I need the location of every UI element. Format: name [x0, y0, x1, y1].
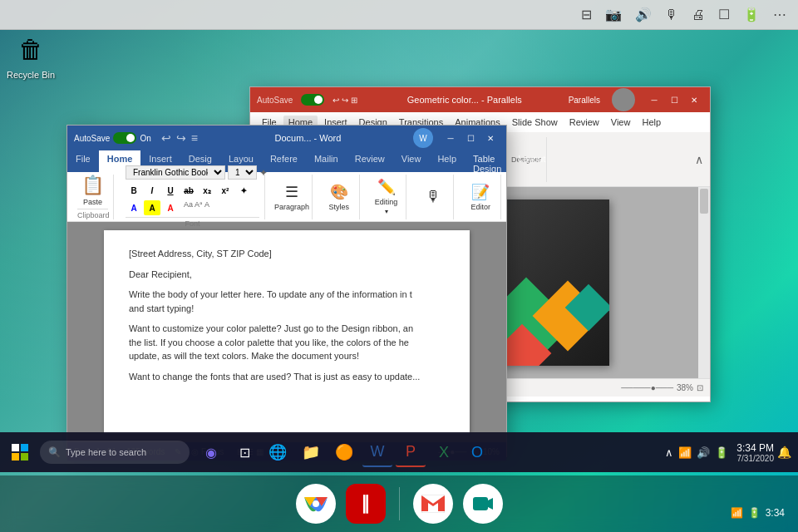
volume-icon[interactable]: 🔊	[632, 3, 655, 26]
editor-btn[interactable]: 📝 Editor	[465, 176, 496, 218]
mic-icon[interactable]: 🎙	[662, 4, 682, 26]
font-size-select[interactable]: 12	[228, 165, 257, 180]
ppt-scrollbar[interactable]	[698, 187, 710, 378]
tray-battery[interactable]: 🔋	[715, 446, 728, 459]
recycle-bin[interactable]: 🗑 Recycle Bin	[7, 33, 55, 80]
dock-chrome[interactable]	[296, 484, 336, 524]
win-taskbar: 🔍 Type here to search ◉ ⊡ 🌐 📁 🟠 W	[0, 432, 798, 472]
font-size-up-btn[interactable]: Aa	[184, 200, 193, 215]
taskbar-app-icons: ◉ ⊡ 🌐 📁 🟠 W P X O	[196, 437, 492, 467]
ppt-icon: P	[406, 443, 416, 461]
taskbar-excel[interactable]: X	[429, 437, 459, 467]
expand-font-icon[interactable]: ✦	[259, 167, 268, 179]
word-tab-review[interactable]: Review	[347, 150, 393, 172]
scrollbar-thumb[interactable]	[700, 189, 708, 214]
wifi-icon-dock: 📶	[731, 507, 743, 519]
paste-btn[interactable]: 📋 Paste	[77, 175, 109, 207]
word-tab-layout2[interactable]: Layout	[510, 150, 554, 172]
taskbar-edge[interactable]: 🌐	[263, 437, 293, 467]
ppt-titlebar[interactable]: AutoSave ↩ ↪ ⊞ Geometric color... - Para…	[250, 87, 710, 112]
paragraph-group: ☰ Paragraph	[272, 175, 313, 219]
word-title: Docum... - Word	[208, 133, 408, 143]
bold-btn[interactable]: B	[126, 183, 142, 198]
font-size-down-btn[interactable]: Aᵃ	[195, 200, 203, 215]
font-name-select[interactable]: Franklin Gothic Book (Bo...	[126, 165, 225, 180]
dock-meet[interactable]	[463, 484, 503, 524]
word-tab-help[interactable]: Help	[429, 150, 465, 172]
word-tab-view[interactable]: View	[393, 150, 430, 172]
ppt-close-btn[interactable]: ✕	[685, 91, 703, 109]
clipboard-label: Clipboard	[77, 209, 108, 219]
ppt-menu-view[interactable]: View	[606, 116, 636, 129]
superscript-btn[interactable]: x²	[217, 183, 234, 198]
editing-btn[interactable]: ✏️ Editing ▾	[371, 176, 402, 218]
word-page[interactable]: [Street Address, City, ST ZIP Code] Dear…	[104, 230, 470, 434]
font-color-btn[interactable]: A	[126, 200, 142, 215]
editor-icon: 📝	[471, 183, 490, 201]
italic-btn[interactable]: I	[144, 183, 160, 198]
strikethrough-btn[interactable]: ab	[180, 183, 197, 198]
tray-chevron[interactable]: ∧	[665, 446, 673, 459]
dictate-word-btn[interactable]: 🎙	[417, 176, 449, 218]
notification-icon[interactable]: 🔔	[777, 446, 791, 459]
change-case-btn[interactable]: A	[204, 200, 209, 215]
underline-btn[interactable]: U	[162, 183, 179, 198]
battery-icon[interactable]: 🔋	[740, 3, 763, 26]
taskbar-word[interactable]: W	[362, 437, 392, 467]
paste-label: Paste	[83, 198, 102, 206]
ppt-collapse-btn[interactable]: ∧	[695, 153, 703, 166]
grid-icon[interactable]: ⊟	[578, 3, 595, 26]
word-minimize-btn[interactable]: ─	[441, 129, 460, 147]
font-color2-btn[interactable]: A	[162, 200, 179, 215]
ppt-menu-slideshow[interactable]: Slide Show	[507, 116, 563, 129]
taskbar-explorer[interactable]: 📁	[296, 437, 326, 467]
dock-parallels[interactable]: ∥	[346, 484, 386, 524]
styles-btn[interactable]: 🎨 Styles	[323, 176, 355, 218]
word-maximize-btn[interactable]: ☐	[461, 129, 480, 147]
highlight-btn[interactable]: A	[144, 200, 160, 215]
word-tab-mailings[interactable]: Mailin	[306, 150, 347, 172]
word-titlebar[interactable]: AutoSave On ↩ ↪ ≡ Docum... - Word W ─ ☐ …	[67, 126, 506, 150]
word-tab-table-design[interactable]: Table Design	[465, 150, 510, 172]
ppt-zoom-fit[interactable]: ⊡	[697, 383, 703, 392]
camera-icon[interactable]: 📷	[602, 3, 625, 26]
win-start-button[interactable]	[0, 432, 40, 472]
user-avatar	[612, 88, 635, 111]
ppt-maximize-btn[interactable]: ☐	[665, 91, 683, 109]
ppt-menu-review[interactable]: Review	[564, 116, 604, 129]
autosave-toggle[interactable]	[113, 132, 136, 144]
taskbar-ppt[interactable]: P	[396, 437, 426, 467]
taskbar-search-box[interactable]: 🔍 Type here to search	[40, 441, 190, 464]
paragraph-btn[interactable]: ☰ Paragraph	[276, 176, 308, 218]
taskbar-taskview[interactable]: ⊡	[229, 437, 259, 467]
editor-label: Editor	[470, 203, 490, 211]
ppt-minimize-btn[interactable]: ─	[645, 91, 663, 109]
clear-format-btn[interactable]: ✦	[235, 183, 252, 198]
tray-network[interactable]: 📶	[678, 446, 692, 459]
autosave-toggle-ppt[interactable]	[301, 94, 324, 106]
word-tab-file[interactable]: File	[67, 150, 99, 172]
word-window-controls: ─ ☐ ✕	[441, 129, 500, 147]
tray-volume[interactable]: 🔊	[697, 446, 710, 459]
system-clock[interactable]: 3:34 PM 7/31/2020	[736, 442, 774, 463]
taskbar-outlook[interactable]: O	[462, 437, 492, 467]
dock-gmail[interactable]	[413, 484, 453, 524]
chrome-icon	[304, 492, 328, 515]
taskbar-office[interactable]: 🟠	[329, 437, 359, 467]
more-icon[interactable]: ⋯	[770, 3, 790, 26]
autosave-ppt: AutoSave	[257, 96, 293, 105]
word-close-btn[interactable]: ✕	[481, 129, 500, 147]
styles-group: 🎨 Styles	[319, 175, 360, 219]
undo-icon[interactable]: ↩	[161, 131, 171, 145]
print-icon[interactable]: 🖨	[688, 4, 708, 26]
redo-icon[interactable]: ↪	[176, 131, 186, 145]
customize-icon[interactable]: ≡	[191, 131, 198, 145]
word-tab-references[interactable]: Refere	[262, 150, 306, 172]
taskbar-cortana[interactable]: ◉	[196, 437, 226, 467]
ppt-zoom-slider[interactable]: ─────●─── 38% ⊡	[621, 383, 703, 392]
subscript-btn[interactable]: x₂	[199, 183, 215, 198]
editing-group: ✏️ Editing ▾	[367, 175, 407, 219]
svg-point-1	[313, 500, 319, 507]
window-icon[interactable]: ☐	[715, 3, 733, 26]
ppt-menu-help[interactable]: Help	[637, 116, 666, 129]
